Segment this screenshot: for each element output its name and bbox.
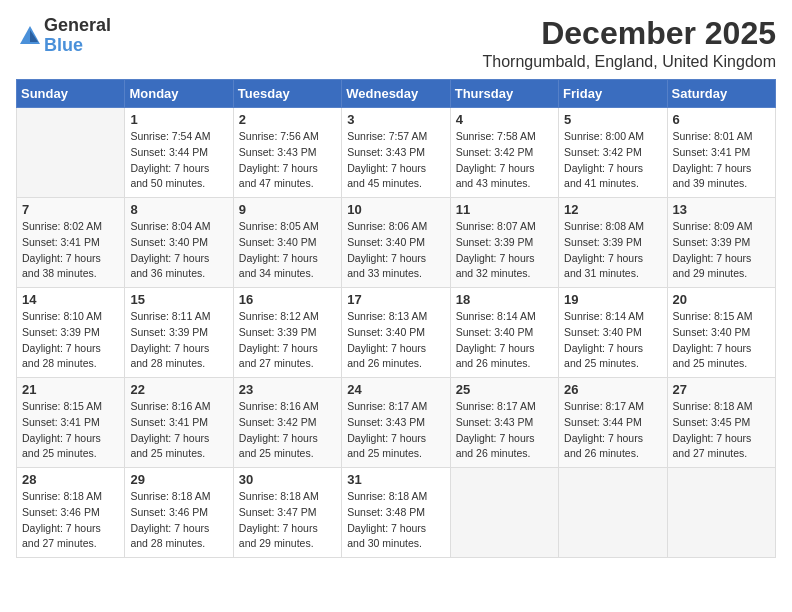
sunrise-text: Sunrise: 8:16 AM: [130, 400, 210, 412]
daylight-text-line2: and 31 minutes.: [564, 267, 639, 279]
sunrise-text: Sunrise: 8:15 AM: [22, 400, 102, 412]
calendar-cell: 17Sunrise: 8:13 AMSunset: 3:40 PMDayligh…: [342, 288, 450, 378]
calendar-cell: 1Sunrise: 7:54 AMSunset: 3:44 PMDaylight…: [125, 108, 233, 198]
sunrise-text: Sunrise: 8:00 AM: [564, 130, 644, 142]
sunrise-text: Sunrise: 8:14 AM: [456, 310, 536, 322]
calendar-cell: 22Sunrise: 8:16 AMSunset: 3:41 PMDayligh…: [125, 378, 233, 468]
sunrise-text: Sunrise: 8:18 AM: [347, 490, 427, 502]
sunset-text: Sunset: 3:41 PM: [130, 416, 208, 428]
day-info: Sunrise: 7:56 AMSunset: 3:43 PMDaylight:…: [239, 129, 336, 192]
day-info: Sunrise: 8:15 AMSunset: 3:41 PMDaylight:…: [22, 399, 119, 462]
daylight-text-line1: Daylight: 7 hours: [22, 522, 101, 534]
day-info: Sunrise: 8:13 AMSunset: 3:40 PMDaylight:…: [347, 309, 444, 372]
day-info: Sunrise: 7:58 AMSunset: 3:42 PMDaylight:…: [456, 129, 553, 192]
calendar-cell: 10Sunrise: 8:06 AMSunset: 3:40 PMDayligh…: [342, 198, 450, 288]
daylight-text-line2: and 39 minutes.: [673, 177, 748, 189]
daylight-text-line1: Daylight: 7 hours: [673, 342, 752, 354]
day-number: 29: [130, 472, 227, 487]
daylight-text-line1: Daylight: 7 hours: [239, 252, 318, 264]
calendar-cell: 25Sunrise: 8:17 AMSunset: 3:43 PMDayligh…: [450, 378, 558, 468]
calendar-week-2: 7Sunrise: 8:02 AMSunset: 3:41 PMDaylight…: [17, 198, 776, 288]
daylight-text-line2: and 38 minutes.: [22, 267, 97, 279]
calendar-cell: 4Sunrise: 7:58 AMSunset: 3:42 PMDaylight…: [450, 108, 558, 198]
sunset-text: Sunset: 3:47 PM: [239, 506, 317, 518]
sunset-text: Sunset: 3:40 PM: [130, 236, 208, 248]
daylight-text-line1: Daylight: 7 hours: [673, 162, 752, 174]
day-info: Sunrise: 8:00 AMSunset: 3:42 PMDaylight:…: [564, 129, 661, 192]
sunset-text: Sunset: 3:40 PM: [239, 236, 317, 248]
logo-general-text: General: [44, 15, 111, 35]
day-number: 24: [347, 382, 444, 397]
daylight-text-line2: and 26 minutes.: [456, 357, 531, 369]
calendar-cell: 11Sunrise: 8:07 AMSunset: 3:39 PMDayligh…: [450, 198, 558, 288]
calendar-cell: 8Sunrise: 8:04 AMSunset: 3:40 PMDaylight…: [125, 198, 233, 288]
day-number: 2: [239, 112, 336, 127]
day-info: Sunrise: 8:10 AMSunset: 3:39 PMDaylight:…: [22, 309, 119, 372]
daylight-text-line2: and 29 minutes.: [673, 267, 748, 279]
sunset-text: Sunset: 3:46 PM: [22, 506, 100, 518]
day-number: 25: [456, 382, 553, 397]
daylight-text-line2: and 28 minutes.: [22, 357, 97, 369]
day-number: 13: [673, 202, 770, 217]
daylight-text-line1: Daylight: 7 hours: [456, 252, 535, 264]
day-number: 31: [347, 472, 444, 487]
sunrise-text: Sunrise: 8:07 AM: [456, 220, 536, 232]
sunrise-text: Sunrise: 8:18 AM: [130, 490, 210, 502]
sunrise-text: Sunrise: 8:09 AM: [673, 220, 753, 232]
month-year-title: December 2025: [482, 16, 776, 51]
sunset-text: Sunset: 3:39 PM: [456, 236, 534, 248]
calendar-cell: 9Sunrise: 8:05 AMSunset: 3:40 PMDaylight…: [233, 198, 341, 288]
day-number: 6: [673, 112, 770, 127]
day-info: Sunrise: 7:54 AMSunset: 3:44 PMDaylight:…: [130, 129, 227, 192]
page-container: General Blue December 2025 Thorngumbald,…: [16, 16, 776, 558]
calendar-cell: 24Sunrise: 8:17 AMSunset: 3:43 PMDayligh…: [342, 378, 450, 468]
day-number: 18: [456, 292, 553, 307]
daylight-text-line2: and 25 minutes.: [564, 357, 639, 369]
day-number: 20: [673, 292, 770, 307]
calendar-cell: [450, 468, 558, 558]
weekday-header-monday: Monday: [125, 80, 233, 108]
day-number: 10: [347, 202, 444, 217]
calendar-cell: 12Sunrise: 8:08 AMSunset: 3:39 PMDayligh…: [559, 198, 667, 288]
day-number: 3: [347, 112, 444, 127]
calendar-cell: 16Sunrise: 8:12 AMSunset: 3:39 PMDayligh…: [233, 288, 341, 378]
sunrise-text: Sunrise: 8:18 AM: [673, 400, 753, 412]
calendar-cell: 18Sunrise: 8:14 AMSunset: 3:40 PMDayligh…: [450, 288, 558, 378]
day-info: Sunrise: 7:57 AMSunset: 3:43 PMDaylight:…: [347, 129, 444, 192]
day-info: Sunrise: 8:16 AMSunset: 3:41 PMDaylight:…: [130, 399, 227, 462]
daylight-text-line2: and 25 minutes.: [22, 447, 97, 459]
calendar-cell: 27Sunrise: 8:18 AMSunset: 3:45 PMDayligh…: [667, 378, 775, 468]
sunrise-text: Sunrise: 7:54 AM: [130, 130, 210, 142]
daylight-text-line2: and 25 minutes.: [130, 447, 205, 459]
sunrise-text: Sunrise: 8:13 AM: [347, 310, 427, 322]
sunset-text: Sunset: 3:39 PM: [564, 236, 642, 248]
day-info: Sunrise: 8:11 AMSunset: 3:39 PMDaylight:…: [130, 309, 227, 372]
daylight-text-line2: and 25 minutes.: [239, 447, 314, 459]
daylight-text-line1: Daylight: 7 hours: [239, 162, 318, 174]
sunset-text: Sunset: 3:45 PM: [673, 416, 751, 428]
daylight-text-line2: and 28 minutes.: [130, 537, 205, 549]
calendar-week-4: 21Sunrise: 8:15 AMSunset: 3:41 PMDayligh…: [17, 378, 776, 468]
daylight-text-line2: and 36 minutes.: [130, 267, 205, 279]
sunset-text: Sunset: 3:44 PM: [564, 416, 642, 428]
calendar-cell: 26Sunrise: 8:17 AMSunset: 3:44 PMDayligh…: [559, 378, 667, 468]
sunset-text: Sunset: 3:39 PM: [673, 236, 751, 248]
sunset-text: Sunset: 3:40 PM: [673, 326, 751, 338]
daylight-text-line1: Daylight: 7 hours: [564, 252, 643, 264]
daylight-text-line2: and 50 minutes.: [130, 177, 205, 189]
day-info: Sunrise: 8:17 AMSunset: 3:43 PMDaylight:…: [456, 399, 553, 462]
sunrise-text: Sunrise: 8:17 AM: [456, 400, 536, 412]
day-info: Sunrise: 8:18 AMSunset: 3:47 PMDaylight:…: [239, 489, 336, 552]
day-number: 12: [564, 202, 661, 217]
sunset-text: Sunset: 3:40 PM: [456, 326, 534, 338]
day-info: Sunrise: 8:01 AMSunset: 3:41 PMDaylight:…: [673, 129, 770, 192]
calendar-cell: [17, 108, 125, 198]
calendar-cell: 15Sunrise: 8:11 AMSunset: 3:39 PMDayligh…: [125, 288, 233, 378]
daylight-text-line2: and 47 minutes.: [239, 177, 314, 189]
sunset-text: Sunset: 3:42 PM: [456, 146, 534, 158]
daylight-text-line1: Daylight: 7 hours: [347, 162, 426, 174]
sunset-text: Sunset: 3:42 PM: [564, 146, 642, 158]
day-number: 23: [239, 382, 336, 397]
daylight-text-line2: and 27 minutes.: [673, 447, 748, 459]
day-info: Sunrise: 8:18 AMSunset: 3:46 PMDaylight:…: [130, 489, 227, 552]
